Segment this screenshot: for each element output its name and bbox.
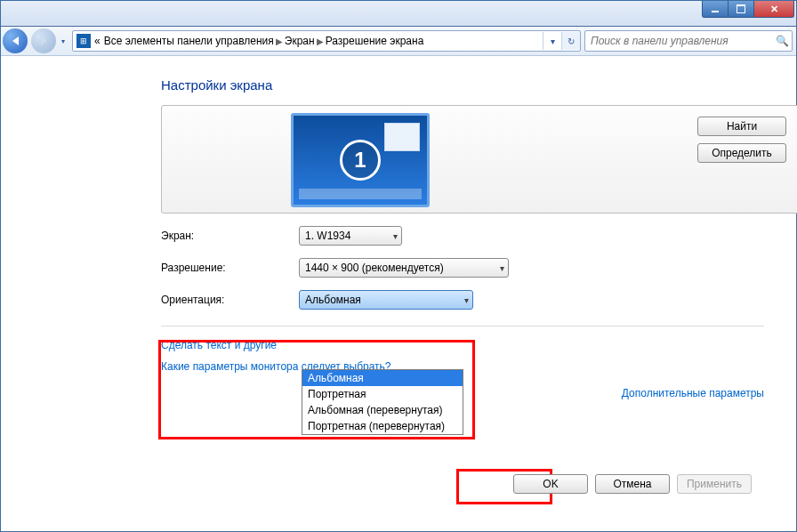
orientation-dropdown: Альбомная Портретная Альбомная (переверн… xyxy=(302,369,463,435)
search-input[interactable] xyxy=(585,35,772,47)
screen-label: Экран: xyxy=(161,230,299,242)
separator xyxy=(161,326,764,326)
orientation-option[interactable]: Портретная xyxy=(302,386,463,402)
help-link[interactable]: Какие параметры монитора следует выбрать… xyxy=(161,360,778,373)
orientation-select[interactable]: Альбомная xyxy=(299,290,473,310)
titlebar: ✕ xyxy=(1,1,796,27)
text-size-link[interactable]: Сделать текст и другие xyxy=(161,339,778,351)
cancel-button[interactable]: Отмена xyxy=(595,474,670,494)
breadcrumb-item[interactable]: Экран xyxy=(285,35,315,47)
address-dropdown-icon[interactable]: ▾ xyxy=(543,32,561,50)
chevron-right-icon: ▶ xyxy=(276,36,283,46)
chevron-right-icon: ▶ xyxy=(317,36,324,46)
orientation-option[interactable]: Альбомная (перевернутая) xyxy=(302,402,463,418)
screen-value: 1. W1934 xyxy=(305,230,350,242)
breadcrumb-item[interactable]: Разрешение экрана xyxy=(326,35,424,47)
page-title: Настройки экрана xyxy=(161,77,778,93)
detect-button[interactable]: Определить xyxy=(697,143,786,163)
refresh-button[interactable]: ↻ xyxy=(561,32,580,50)
window-icon xyxy=(384,123,420,151)
apply-button: Применить xyxy=(677,474,752,494)
breadcrumb-prefix: « xyxy=(94,35,101,47)
orientation-value: Альбомная xyxy=(305,294,361,306)
resolution-select[interactable]: 1440 × 900 (рекомендуется) xyxy=(299,258,509,278)
orientation-option[interactable]: Портретная (перевернутая) xyxy=(302,418,463,434)
arrow-left-icon xyxy=(12,36,19,45)
resolution-value: 1440 × 900 (рекомендуется) xyxy=(305,262,444,274)
monitor-number: 1 xyxy=(340,140,381,181)
advanced-settings-link[interactable]: Дополнительные параметры xyxy=(622,387,764,399)
taskbar-icon xyxy=(299,189,422,199)
address-bar[interactable]: ⊞ « Все элементы панели управления ▶ Экр… xyxy=(72,30,581,52)
close-button[interactable]: ✕ xyxy=(753,1,794,18)
orientation-label: Ориентация: xyxy=(161,294,299,306)
ok-button[interactable]: OK xyxy=(513,474,588,494)
maximize-button[interactable] xyxy=(728,1,754,18)
find-button[interactable]: Найти xyxy=(697,117,786,136)
monitor-preview[interactable]: 1 xyxy=(291,113,430,207)
screen-select[interactable]: 1. W1934 xyxy=(299,226,402,246)
search-box[interactable]: 🔍 xyxy=(584,30,793,52)
history-dropdown-icon[interactable]: ▾ xyxy=(61,37,65,45)
resolution-label: Разрешение: xyxy=(161,262,299,274)
display-preview-panel: 1 Найти Определить xyxy=(161,105,797,214)
search-icon[interactable]: 🔍 xyxy=(772,31,792,51)
navbar: ▾ ⊞ « Все элементы панели управления ▶ Э… xyxy=(1,27,796,56)
control-panel-icon: ⊞ xyxy=(76,34,91,48)
breadcrumb-item[interactable]: Все элементы панели управления xyxy=(104,35,274,47)
minimize-button[interactable] xyxy=(702,1,729,18)
orientation-option[interactable]: Альбомная xyxy=(302,370,463,386)
arrow-right-icon xyxy=(41,36,47,45)
forward-button[interactable] xyxy=(31,28,56,53)
back-button[interactable] xyxy=(3,28,28,53)
